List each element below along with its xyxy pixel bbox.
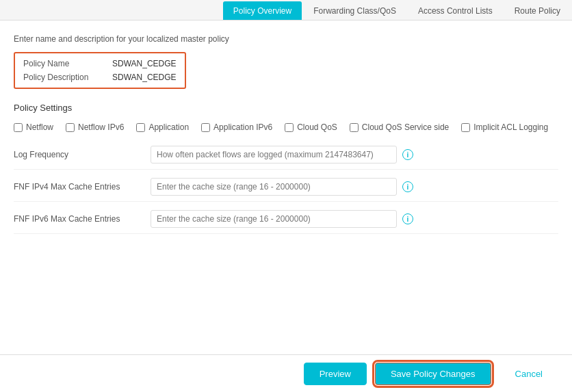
info-icon-log-frequency[interactable]: i xyxy=(402,149,413,160)
tab-access-control-lists[interactable]: Access Control Lists xyxy=(408,1,503,20)
checkbox-input-implicit-acl-logging[interactable] xyxy=(461,123,470,132)
field-input-wrap-fnf-ipv4-max-cache: i xyxy=(151,178,558,196)
checkbox-cloud-qos-service-side[interactable]: Cloud QoS Service side xyxy=(350,122,449,132)
policy-name-value: SDWAN_CEDGE xyxy=(112,59,177,68)
cancel-button[interactable]: Cancel xyxy=(499,363,558,385)
field-row-fnf-ipv4-max-cache: FNF IPv4 Max Cache Entriesi xyxy=(14,178,558,202)
main-content: Enter name and description for your loca… xyxy=(0,21,572,234)
checkbox-label-netflow-ipv6: Netflow IPv6 xyxy=(78,122,124,132)
checkbox-netflow-ipv6[interactable]: Netflow IPv6 xyxy=(66,122,124,132)
field-row-fnf-ipv6-max-cache: FNF IPv6 Max Cache Entriesi xyxy=(14,210,558,234)
tab-bar: Policy OverviewForwarding Class/QoSAcces… xyxy=(0,0,572,21)
checkbox-input-application[interactable] xyxy=(136,123,145,132)
tab-policy-overview[interactable]: Policy Overview xyxy=(223,1,302,20)
checkbox-input-application-ipv6[interactable] xyxy=(201,123,210,132)
checkbox-input-cloud-qos[interactable] xyxy=(285,123,294,132)
checkbox-application[interactable]: Application xyxy=(136,122,189,132)
policy-desc-value: SDWAN_CEDGE xyxy=(112,73,177,82)
policy-name-label: Policy Name xyxy=(23,59,112,68)
info-icon-fnf-ipv6-max-cache[interactable]: i xyxy=(402,213,413,224)
policy-desc-row: Policy Description SDWAN_CEDGE xyxy=(23,73,177,82)
form-fields: Log FrequencyiFNF IPv4 Max Cache Entries… xyxy=(14,146,558,234)
field-input-wrap-log-frequency: i xyxy=(151,146,558,164)
checkbox-implicit-acl-logging[interactable]: Implicit ACL Logging xyxy=(461,122,548,132)
checkbox-label-implicit-acl-logging: Implicit ACL Logging xyxy=(473,122,548,132)
tab-route-policy[interactable]: Route Policy xyxy=(504,1,571,20)
field-label-fnf-ipv4-max-cache: FNF IPv4 Max Cache Entries xyxy=(14,182,151,192)
save-policy-changes-button[interactable]: Save Policy Changes xyxy=(375,363,491,385)
checkbox-cloud-qos[interactable]: Cloud QoS xyxy=(285,122,337,132)
field-input-fnf-ipv4-max-cache[interactable] xyxy=(151,178,397,196)
info-icon-fnf-ipv4-max-cache[interactable]: i xyxy=(402,181,413,192)
tab-forwarding-class-qos[interactable]: Forwarding Class/QoS xyxy=(303,1,406,20)
policy-info-box: Policy Name SDWAN_CEDGE Policy Descripti… xyxy=(14,52,186,89)
field-label-log-frequency: Log Frequency xyxy=(14,150,151,159)
section-description: Enter name and description for your loca… xyxy=(14,34,558,44)
policy-desc-label: Policy Description xyxy=(23,73,112,82)
field-row-log-frequency: Log Frequencyi xyxy=(14,146,558,170)
field-label-fnf-ipv6-max-cache: FNF IPv6 Max Cache Entries xyxy=(14,214,151,224)
checkbox-label-application: Application xyxy=(148,122,189,132)
settings-heading: Policy Settings xyxy=(14,103,558,113)
checkbox-label-application-ipv6: Application IPv6 xyxy=(213,122,272,132)
checkbox-label-cloud-qos: Cloud QoS xyxy=(297,122,337,132)
field-input-fnf-ipv6-max-cache[interactable] xyxy=(151,210,397,228)
policy-name-row: Policy Name SDWAN_CEDGE xyxy=(23,59,177,68)
checkbox-input-cloud-qos-service-side[interactable] xyxy=(350,123,359,132)
checkbox-application-ipv6[interactable]: Application IPv6 xyxy=(201,122,272,132)
checkbox-netflow[interactable]: Netflow xyxy=(14,122,53,132)
field-input-wrap-fnf-ipv6-max-cache: i xyxy=(151,210,558,228)
preview-button[interactable]: Preview xyxy=(304,363,367,385)
checkbox-input-netflow[interactable] xyxy=(14,123,23,132)
checkbox-input-netflow-ipv6[interactable] xyxy=(66,123,75,132)
checkbox-label-netflow: Netflow xyxy=(26,122,53,132)
checkboxes-row: NetflowNetflow IPv6ApplicationApplicatio… xyxy=(14,122,558,132)
field-input-log-frequency[interactable] xyxy=(151,146,397,164)
checkbox-label-cloud-qos-service-side: Cloud QoS Service side xyxy=(362,122,449,132)
action-bar: Preview Save Policy Changes Cancel xyxy=(0,354,572,392)
